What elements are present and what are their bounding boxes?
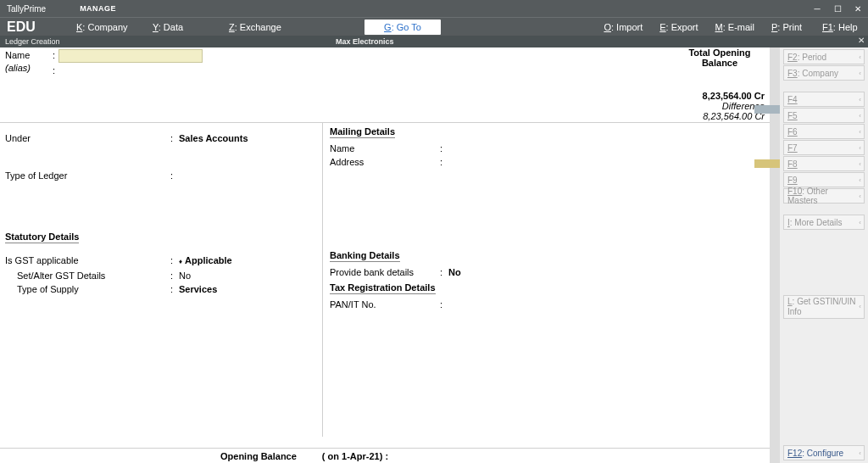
banking-header: Banking Details [330,250,400,262]
window-buttons: ─ ☐ ✕ [807,0,868,17]
opening-balance-label: Opening Balance [220,451,297,461]
tax-reg-header: Tax Registration Details [330,282,436,294]
name-input[interactable] [58,49,203,63]
rp-f7[interactable]: F7‹ [783,140,865,155]
menu-data[interactable]: Y: Data [144,20,220,35]
content-area: Name : (alias) : Total Opening Balance 8… [0,47,770,463]
rp-f5[interactable]: F5‹ [783,108,865,123]
rp-f8[interactable]: F8‹ [783,156,865,171]
statutory-header: Statutory Details [5,232,79,243]
rp-f6[interactable]: F6‹ [783,124,865,139]
brand: EDU [0,20,68,35]
menu-company[interactable]: K: Company [68,20,144,35]
subheader-close-icon[interactable]: ✕ [858,36,865,45]
menu-goto[interactable]: G: Go To [364,20,441,35]
main-layout: Name : (alias) : Total Opening Balance 8… [0,47,868,463]
rp-f9[interactable]: F9‹ [783,172,865,187]
panit-label: PAN/IT No. [330,298,440,311]
menu-import[interactable]: O: Import [595,20,651,35]
gst-applicable-label: Is GST applicable [5,254,170,269]
two-col: Under : Sales Accounts Type of Ledger : … [0,123,770,437]
rp-get-gstin[interactable]: L: Get GSTIN/UIN Info‹ [783,295,865,319]
opening-balance-date: ( on 1-Apr-21) : [322,451,388,461]
provide-bank-label: Provide bank details [330,265,440,279]
type-supply-value[interactable]: Services [179,282,217,296]
maximize-button[interactable]: ☐ [827,0,848,17]
brand-top: TallyPrime [0,4,46,14]
sub-header: Ledger Creation Max Electronics ✕ [0,36,868,47]
provide-bank-value[interactable]: No [448,265,461,279]
subheader-center: Max Electronics [336,37,394,46]
menu-help[interactable]: F1: Help [814,20,868,35]
tob-header: Total Opening Balance [670,47,770,61]
right-panel: F2: Period‹ F3: Company‹ F4‹ F5‹ F6‹ F7‹… [780,47,868,463]
menu-exchange[interactable]: Z: Exchange [220,20,297,35]
mailing-header: Mailing Details [330,126,395,138]
mail-name-label: Name [330,142,440,155]
mail-address-label: Address [330,155,440,169]
shade-2 [754,159,780,168]
minimize-button[interactable]: ─ [807,0,827,17]
title-bar: TallyPrime MANAGE ─ ☐ ✕ [0,0,868,17]
left-column: Under : Sales Accounts Type of Ledger : … [0,123,322,437]
manage-label: MANAGE [80,4,116,13]
under-value[interactable]: Sales Accounts [179,131,248,145]
rp-f2-period[interactable]: F2: Period‹ [783,49,865,64]
menu-export[interactable]: E: Export [651,20,706,35]
close-button[interactable]: ✕ [848,0,868,17]
rp-f3-company[interactable]: F3: Company‹ [783,65,865,81]
type-ledger-label: Type of Ledger [5,169,170,182]
gst-applicable-value[interactable]: Applicable [179,254,232,269]
rp-f10-other-masters[interactable]: F10: Other Masters‹ [783,188,865,204]
menu-bar: EDU K: Company Y: Data Z: Exchange G: Go… [0,17,868,36]
row-alias: (alias) : [0,63,770,78]
name-label: Name [0,47,51,63]
set-alter-value[interactable]: No [179,269,191,282]
rp-f4[interactable]: F4‹ [783,92,865,107]
bottom-bar: Opening Balance ( on 1-Apr-21) : [0,448,770,463]
row-name: Name : [0,47,770,63]
shade-1 [754,105,780,114]
rp-f12-configure[interactable]: F12: Configure‹ [783,445,865,460]
alias-label: (alias) [0,63,51,78]
under-label: Under [5,131,170,145]
menu-print[interactable]: P: Print [763,20,814,35]
menu-email[interactable]: M: E-mail [707,20,763,35]
right-column: Mailing Details Name : Address : Banking… [322,123,770,437]
tob-amount: 8,23,564.00 Cr [670,91,770,101]
type-supply-label: Type of Supply [5,282,170,296]
set-alter-label: Set/Alter GST Details [5,269,170,282]
subheader-left: Ledger Creation [5,37,336,46]
rp-more-details[interactable]: I: More Details‹ [783,215,865,230]
